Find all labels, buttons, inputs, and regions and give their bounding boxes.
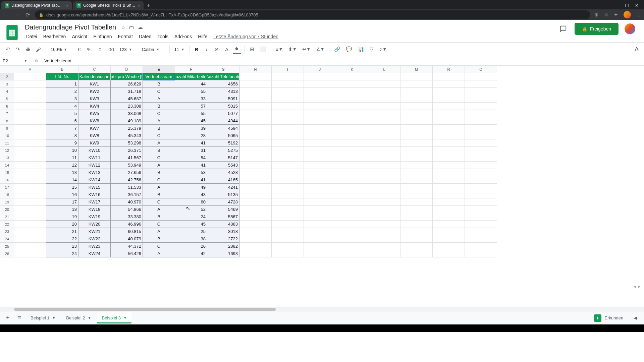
cell-A12[interactable] bbox=[14, 147, 46, 154]
cell-G22[interactable]: 4883 bbox=[207, 221, 239, 228]
menu-hilfe[interactable]: Hilfe bbox=[195, 33, 210, 41]
font-size-select[interactable]: 11▼ bbox=[172, 46, 186, 53]
cell-N23[interactable] bbox=[433, 228, 465, 235]
cell-J12[interactable] bbox=[304, 147, 336, 154]
cell-I23[interactable] bbox=[272, 228, 304, 235]
cell-M7[interactable] bbox=[400, 110, 433, 117]
row-header[interactable]: 13 bbox=[0, 154, 14, 162]
cell-A7[interactable] bbox=[14, 110, 46, 117]
cell-O23[interactable] bbox=[465, 228, 497, 235]
cell-F17[interactable]: 49 bbox=[175, 184, 207, 191]
cell-C5[interactable]: KW3 bbox=[78, 95, 111, 103]
cell-J2[interactable] bbox=[304, 73, 336, 80]
cell-A11[interactable] bbox=[14, 139, 46, 147]
cell-E12[interactable]: B bbox=[143, 147, 175, 154]
cell-I9[interactable] bbox=[272, 125, 304, 132]
cell-I22[interactable] bbox=[272, 221, 304, 228]
cell-E13[interactable]: C bbox=[143, 154, 175, 162]
cell-H22[interactable] bbox=[239, 221, 272, 228]
cell-D7[interactable]: 38.068 bbox=[111, 110, 143, 117]
cell-A2[interactable] bbox=[14, 73, 46, 80]
formula-input[interactable]: Vertriebsteam bbox=[43, 58, 71, 63]
cell-N5[interactable] bbox=[433, 95, 465, 103]
cell-I7[interactable] bbox=[272, 110, 304, 117]
merge-button[interactable]: ⬜ bbox=[258, 45, 268, 54]
cell-G10[interactable]: 5065 bbox=[207, 132, 239, 139]
cell-H7[interactable] bbox=[239, 110, 272, 117]
cell-N4[interactable] bbox=[433, 88, 465, 95]
cell-N24[interactable] bbox=[433, 235, 465, 243]
cell-B25[interactable]: 23 bbox=[46, 243, 78, 250]
cell-G17[interactable]: 4241 bbox=[207, 184, 239, 191]
cell-B24[interactable]: 22 bbox=[46, 235, 78, 243]
spreadsheet-grid[interactable]: ABCDEFGHIJKLMNO2Lfd. Nr.Kalenderwocheatz… bbox=[0, 66, 644, 307]
cell-H21[interactable] bbox=[239, 213, 272, 221]
zoom-select[interactable]: 100%▼ bbox=[49, 46, 69, 53]
cell-I16[interactable] bbox=[272, 176, 304, 184]
cell-C6[interactable]: KW4 bbox=[78, 103, 111, 110]
cell-F24[interactable]: 38 bbox=[175, 235, 207, 243]
column-header-H[interactable]: H bbox=[239, 66, 272, 73]
cell-G15[interactable]: 4528 bbox=[207, 169, 239, 176]
cell-E3[interactable]: B bbox=[143, 80, 175, 88]
cell-J17[interactable] bbox=[304, 184, 336, 191]
cell-I2[interactable] bbox=[272, 73, 304, 80]
cell-M2[interactable] bbox=[400, 73, 433, 80]
cell-J16[interactable] bbox=[304, 176, 336, 184]
italic-button[interactable]: I bbox=[202, 45, 211, 54]
column-header-O[interactable]: O bbox=[465, 66, 497, 73]
cell-M13[interactable] bbox=[400, 154, 433, 162]
cell-K4[interactable] bbox=[336, 88, 368, 95]
cell-J21[interactable] bbox=[304, 213, 336, 221]
cell-O8[interactable] bbox=[465, 117, 497, 125]
cell-B4[interactable]: 2 bbox=[46, 88, 78, 95]
cell-L5[interactable] bbox=[368, 95, 400, 103]
cell-C10[interactable]: KW8 bbox=[78, 132, 111, 139]
browser-tab-1[interactable]: S Google Sheets Tricks & Shortcuts × bbox=[73, 1, 144, 9]
cell-N18[interactable] bbox=[433, 191, 465, 198]
cell-G9[interactable]: 4594 bbox=[207, 125, 239, 132]
row-header[interactable]: 5 bbox=[0, 95, 14, 103]
cell-C20[interactable]: KW18 bbox=[78, 206, 111, 213]
cell-B12[interactable]: 10 bbox=[46, 147, 78, 154]
row-header[interactable]: 12 bbox=[0, 147, 14, 154]
cell-D22[interactable]: 46.996 bbox=[111, 221, 143, 228]
cell-C22[interactable]: KW20 bbox=[78, 221, 111, 228]
cell-J6[interactable] bbox=[304, 103, 336, 110]
sheet-tab-beispiel3[interactable]: Beispiel 3▼ bbox=[97, 312, 131, 323]
cell-A4[interactable] bbox=[14, 88, 46, 95]
cell-A19[interactable] bbox=[14, 198, 46, 206]
cell-O4[interactable] bbox=[465, 88, 497, 95]
cell-K21[interactable] bbox=[336, 213, 368, 221]
cell-K12[interactable] bbox=[336, 147, 368, 154]
cell-D2[interactable]: atz pro Woche [! bbox=[111, 73, 143, 80]
column-header-J[interactable]: J bbox=[304, 66, 336, 73]
cell-E18[interactable]: B bbox=[143, 191, 175, 198]
row-header[interactable]: 21 bbox=[0, 213, 14, 221]
cell-H17[interactable] bbox=[239, 184, 272, 191]
cell-K16[interactable] bbox=[336, 176, 368, 184]
cell-M14[interactable] bbox=[400, 162, 433, 169]
cell-M18[interactable] bbox=[400, 191, 433, 198]
cell-N15[interactable] bbox=[433, 169, 465, 176]
wrap-button[interactable]: ↩▼ bbox=[300, 45, 313, 54]
cell-D24[interactable]: 40.079 bbox=[111, 235, 143, 243]
cell-N11[interactable] bbox=[433, 139, 465, 147]
row-header[interactable]: 10 bbox=[0, 132, 14, 139]
extensions-icon[interactable]: ✦ bbox=[614, 12, 618, 18]
profile-avatar[interactable] bbox=[624, 11, 631, 18]
cell-O26[interactable] bbox=[465, 250, 497, 257]
row-header[interactable]: 20 bbox=[0, 206, 14, 213]
fill-color-button[interactable] bbox=[232, 45, 242, 54]
cell-H20[interactable] bbox=[239, 206, 272, 213]
cell-N2[interactable] bbox=[433, 73, 465, 80]
cell-J23[interactable] bbox=[304, 228, 336, 235]
link-button[interactable]: 🔗 bbox=[332, 45, 342, 54]
cell-C15[interactable]: KW13 bbox=[78, 169, 111, 176]
name-box[interactable]: E2 ▼ bbox=[0, 56, 30, 65]
cell-M21[interactable] bbox=[400, 213, 433, 221]
cell-F15[interactable]: 53 bbox=[175, 169, 207, 176]
cell-L6[interactable] bbox=[368, 103, 400, 110]
cell-L18[interactable] bbox=[368, 191, 400, 198]
collapse-toolbar-button[interactable]: ᐱ bbox=[635, 46, 641, 53]
